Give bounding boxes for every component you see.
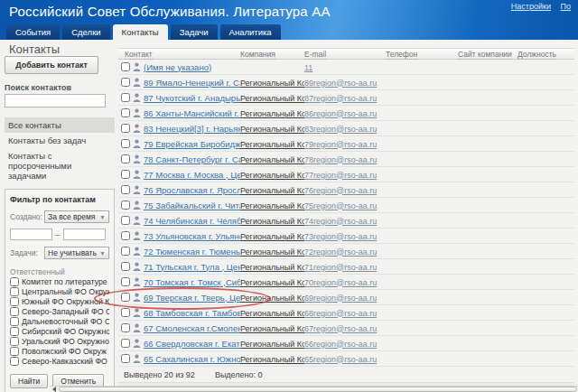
row-checkbox[interactable] <box>121 93 130 102</box>
responsible-checkbox-row[interactable]: Южный ФО Окружной К <box>10 297 109 306</box>
contact-name-link[interactable]: 71 Тульская г. Тула , Центральный <box>144 262 240 272</box>
search-input[interactable] <box>5 94 106 107</box>
column-header-company[interactable]: Компания <box>240 50 275 60</box>
company-link[interactable]: Региональный Комитет <box>240 217 304 226</box>
sidebar-nav-item[interactable]: Контакты без задач <box>5 133 115 148</box>
contact-name-link[interactable]: 69 Тверская г. Тверь, Центральный <box>144 293 240 303</box>
settings-link[interactable]: Настройки <box>511 2 551 11</box>
row-checkbox[interactable] <box>121 247 130 256</box>
row-checkbox[interactable] <box>121 139 130 148</box>
contact-name-link[interactable]: 70 Томская г. Томск ,Сибирский ФО <box>144 277 240 287</box>
email-link[interactable]: 70region@rso-aa.ru <box>304 278 377 287</box>
column-header-position[interactable]: Должность <box>517 50 556 60</box>
date-to-input[interactable] <box>63 229 106 240</box>
company-link[interactable]: Региональный Комитет <box>240 109 304 118</box>
contact-name-link[interactable]: 83 Ненецкий[3] г. Нарьян-Мар ,Сев <box>144 124 240 134</box>
row-checkbox[interactable] <box>121 78 130 87</box>
company-link[interactable]: Региональный Комитет <box>240 171 304 180</box>
sidebar-nav-item[interactable]: Контакты с просроченными задачами <box>5 148 115 183</box>
company-link[interactable]: Региональный Комитет <box>240 340 304 349</box>
horizontal-scrollbar[interactable] <box>50 386 578 392</box>
help-link[interactable]: По <box>561 2 571 11</box>
email-link[interactable]: 75region@rso-aa.ru <box>304 201 377 210</box>
row-checkbox[interactable] <box>121 293 130 302</box>
company-link[interactable]: Региональный Комитет <box>240 278 304 287</box>
contact-name-link[interactable]: 76 Ярославская г. Ярославль , Цен <box>144 185 240 195</box>
row-checkbox[interactable] <box>121 339 130 348</box>
email-link[interactable]: 79region@rso-aa.ru <box>304 140 377 149</box>
tab[interactable]: Задачи <box>171 24 218 40</box>
responsible-checkbox-row[interactable]: Центральный ФО Окруж <box>10 287 109 296</box>
contact-name-link[interactable]: 68 Тамбовская г. Тамбов , Централ <box>144 308 240 318</box>
responsible-checkbox[interactable] <box>10 337 19 346</box>
row-checkbox[interactable] <box>121 154 130 163</box>
scroll-left-arrow-icon[interactable] <box>50 387 58 392</box>
contact-name-link[interactable]: 86 Ханты-Мансийский г. Ханты-Ма <box>144 108 240 118</box>
responsible-checkbox[interactable] <box>10 307 19 316</box>
contact-name-link[interactable]: 77 Москва г. Москва , Центральный <box>144 170 240 180</box>
row-checkbox[interactable] <box>121 231 130 240</box>
contact-name-link[interactable]: 66 Свердловская г. Екатеринбург ,У <box>144 339 240 349</box>
find-button[interactable]: Найти <box>10 374 48 388</box>
contact-name-link[interactable]: 79 Еврейская Биробиджан , Дальне <box>144 139 240 149</box>
company-link[interactable]: Региональный Комитет <box>240 263 304 272</box>
column-header-contact[interactable]: Контакт <box>125 50 153 60</box>
company-link[interactable]: Региональный Комитет <box>240 79 304 88</box>
responsible-checkbox-row[interactable]: Сибирский ФО Окружно <box>10 327 109 336</box>
responsible-checkbox[interactable] <box>10 327 19 336</box>
contact-name-link[interactable]: 72 Тюменская г. Тюмень Уральский <box>144 247 240 257</box>
company-link[interactable]: Региональный Комитет <box>240 324 304 333</box>
contact-name-link[interactable]: 67 Смоленская г.Смоленск , Центра <box>144 323 240 333</box>
tab[interactable]: Сделки <box>62 24 109 40</box>
tab[interactable]: Контакты <box>113 24 168 40</box>
email-link[interactable]: 72region@rso-aa.ru <box>304 247 377 257</box>
contact-name-link[interactable]: (Имя не указано) <box>144 62 211 72</box>
row-checkbox[interactable] <box>121 201 130 210</box>
column-header-site[interactable]: Сайт компании <box>458 50 512 60</box>
company-link[interactable]: Региональный Комитет <box>240 247 304 257</box>
contact-name-link[interactable]: 74 Челябинская г. Челябинск , Ура <box>144 216 240 226</box>
email-link[interactable]: 83region@rso-aa.ru <box>304 125 377 134</box>
company-link[interactable]: Региональный Комитет <box>240 355 304 364</box>
contact-name-link[interactable]: 75 Забайкальский г. Чита , З город <box>144 201 240 210</box>
email-link[interactable]: 76region@rso-aa.ru <box>304 186 377 195</box>
responsible-checkbox[interactable] <box>10 287 19 296</box>
company-link[interactable]: Региональный Комитет <box>240 232 304 241</box>
responsible-checkbox-row[interactable]: Северо-Кавказский ФО <box>10 357 109 366</box>
tab[interactable]: События <box>6 24 60 40</box>
email-link[interactable]: 71region@rso-aa.ru <box>304 263 377 272</box>
email-link[interactable]: 86region@rso-aa.ru <box>304 109 377 118</box>
row-checkbox[interactable] <box>121 108 130 117</box>
column-header-email[interactable]: E-mail <box>304 50 326 60</box>
email-link[interactable]: 73region@rso-aa.ru <box>304 232 377 241</box>
responsible-checkbox[interactable] <box>10 317 19 326</box>
company-link[interactable]: Региональный Комитет <box>240 186 304 195</box>
email-link[interactable]: 77region@rso-aa.ru <box>304 171 377 180</box>
responsible-checkbox-row[interactable]: Поволжский ФО Окруж <box>10 347 109 356</box>
add-contact-button[interactable]: Добавить контакт <box>5 56 98 74</box>
row-checkbox[interactable] <box>121 262 130 271</box>
scrollbar-thumb[interactable] <box>59 387 577 392</box>
responsible-checkbox-row[interactable]: Северо-Западный ФО С <box>10 307 109 316</box>
row-checkbox[interactable] <box>121 323 130 332</box>
email-link[interactable]: 74region@rso-aa.ru <box>304 217 377 226</box>
email-link[interactable]: 65region@rso-aa.ru <box>304 355 377 364</box>
row-checkbox[interactable] <box>121 277 130 286</box>
responsible-checkbox-row[interactable]: Дальневосточный ФО С <box>10 317 109 326</box>
contact-name-link[interactable]: 87 Чукотский г. Анадырь , Дальнев <box>144 93 240 103</box>
email-link[interactable]: 66region@rso-aa.ru <box>304 340 377 349</box>
company-link[interactable]: Региональный Комитет <box>240 94 304 103</box>
company-link[interactable]: Региональный Комитет <box>240 140 304 149</box>
responsible-checkbox[interactable] <box>10 347 19 356</box>
row-checkbox[interactable] <box>121 62 130 71</box>
row-checkbox[interactable] <box>121 124 130 133</box>
email-link[interactable]: 87region@rso-aa.ru <box>304 94 377 103</box>
row-checkbox[interactable] <box>121 216 130 225</box>
email-link[interactable]: 89region@rso-aa.ru <box>304 79 377 88</box>
responsible-checkbox[interactable] <box>10 297 19 306</box>
email-link[interactable]: 67region@rso-aa.ru <box>304 324 377 333</box>
created-select[interactable]: За все время ▼ <box>44 210 109 223</box>
responsible-checkbox-row[interactable]: Комитет по литературе <box>10 277 109 286</box>
company-link[interactable]: Региональный Комитет <box>240 125 304 134</box>
email-link[interactable]: 78region@rso-aa.ru <box>304 155 377 164</box>
